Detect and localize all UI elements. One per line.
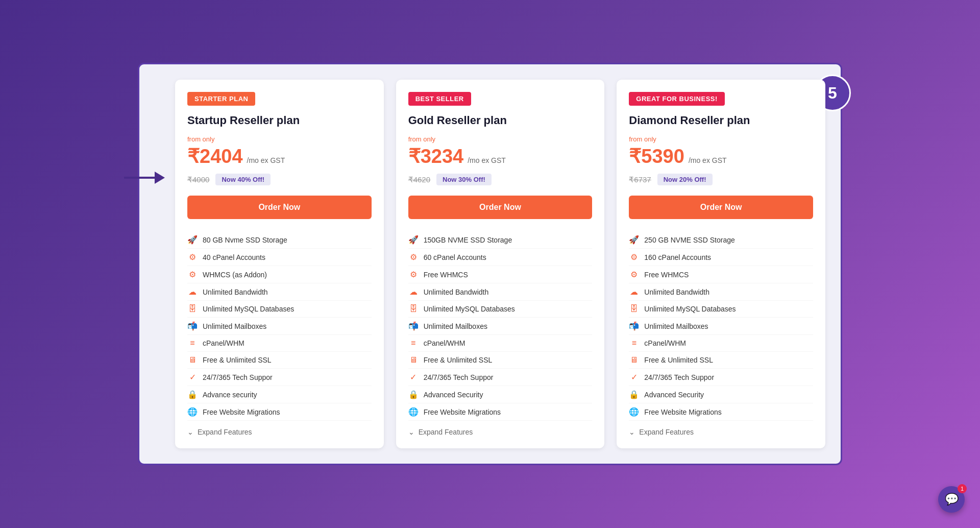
feature-icon-6: ≡ (408, 339, 419, 348)
feature-item: ✓ 24/7/365 Tech Suppor (187, 369, 372, 386)
feature-icon-0: 🚀 (629, 235, 639, 245)
feature-item: 🌐 Free Website Migrations (408, 403, 593, 421)
price-gold: ₹3234 (408, 145, 464, 167)
feature-icon-6: ≡ (629, 339, 639, 348)
feature-text-3: Unlimited Bandwidth (424, 288, 489, 296)
feature-item: 🚀 80 GB Nvme SSD Storage (187, 231, 372, 249)
from-only-starter: from only (187, 135, 372, 143)
feature-item: ✓ 24/7/365 Tech Suppor (629, 369, 813, 386)
chat-notification-badge: 1 (958, 484, 967, 493)
price-period-starter: /mo ex GST (247, 156, 285, 164)
feature-item: ⚙ 60 cPanel Accounts (408, 249, 593, 266)
features-list-diamond: 🚀 250 GB NVME SSD Storage ⚙ 160 cPanel A… (629, 231, 813, 421)
feature-icon-4: 🗄 (629, 304, 639, 314)
feature-icon-10: 🌐 (408, 407, 419, 417)
feature-item: 🚀 250 GB NVME SSD Storage (629, 231, 813, 249)
chat-button[interactable]: 💬 1 (938, 486, 965, 513)
feature-item: 🔒 Advanced Security (629, 386, 813, 403)
feature-icon-8: ✓ (629, 372, 639, 382)
from-only-diamond: from only (629, 135, 813, 143)
feature-item: 🔒 Advanced Security (408, 386, 593, 403)
price-starter: ₹2404 (187, 145, 243, 167)
from-only-gold: from only (408, 135, 593, 143)
feature-icon-4: 🗄 (408, 304, 419, 314)
feature-icon-7: 🖥 (408, 355, 419, 365)
feature-text-0: 150GB NVME SSD Storage (424, 236, 512, 244)
feature-text-1: 160 cPanel Accounts (644, 253, 711, 261)
feature-icon-3: ☁ (187, 287, 198, 297)
feature-item: 🖥 Free & Unlimited SSL (629, 352, 813, 369)
price-diamond: ₹5390 (629, 145, 684, 167)
feature-item: ⚙ Free WHMCS (408, 266, 593, 283)
discount-badge-starter: Now 40% Off! (215, 174, 271, 185)
feature-text-7: Free & Unlimited SSL (203, 356, 272, 364)
feature-icon-0: 🚀 (187, 235, 198, 245)
feature-item: 📬 Unlimited Mailboxes (187, 318, 372, 335)
order-button-diamond[interactable]: Order Now (629, 196, 813, 219)
feature-item: ≡ cPanel/WHM (629, 335, 813, 352)
feature-text-3: Unlimited Bandwidth (203, 288, 268, 296)
discount-badge-diamond: Now 20% Off! (657, 174, 713, 185)
expand-label: Expand Features (639, 428, 694, 436)
feature-text-4: Unlimited MySQL Databases (424, 305, 515, 313)
feature-item: ⚙ Free WHMCS (629, 266, 813, 283)
feature-item: 🚀 150GB NVME SSD Storage (408, 231, 593, 249)
feature-text-9: Advance security (203, 391, 257, 399)
feature-icon-10: 🌐 (187, 407, 198, 417)
feature-text-10: Free Website Migrations (424, 408, 501, 416)
order-button-starter[interactable]: Order Now (187, 196, 372, 219)
plan-badge-starter: STARTER PLAN (187, 92, 255, 106)
expand-features-starter[interactable]: ⌄ Expand Features (187, 421, 372, 436)
price-period-gold: /mo ex GST (468, 156, 506, 164)
feature-text-2: Free WHMCS (644, 271, 689, 279)
feature-item: 📬 Unlimited Mailboxes (629, 318, 813, 335)
plan-name-diamond: Diamond Reseller plan (629, 114, 813, 127)
feature-text-5: Unlimited Mailboxes (424, 322, 487, 330)
feature-icon-2: ⚙ (629, 270, 639, 279)
feature-text-9: Advanced Security (644, 391, 704, 399)
chevron-down-icon: ⌄ (629, 428, 635, 436)
feature-item: ≡ cPanel/WHM (408, 335, 593, 352)
feature-text-6: cPanel/WHM (424, 339, 465, 347)
feature-text-7: Free & Unlimited SSL (644, 356, 713, 364)
order-button-gold[interactable]: Order Now (408, 196, 593, 219)
feature-text-3: Unlimited Bandwidth (644, 288, 709, 296)
features-list-starter: 🚀 80 GB Nvme SSD Storage ⚙ 40 cPanel Acc… (187, 231, 372, 421)
feature-icon-3: ☁ (408, 287, 419, 297)
feature-text-8: 24/7/365 Tech Suppor (203, 373, 273, 381)
feature-text-6: cPanel/WHM (644, 339, 686, 347)
feature-item: 🖥 Free & Unlimited SSL (187, 352, 372, 369)
feature-item: 🌐 Free Website Migrations (187, 403, 372, 421)
feature-icon-9: 🔒 (629, 390, 639, 399)
plan-badge-diamond: GREAT FOR BUSINESS! (629, 92, 725, 106)
price-period-diamond: /mo ex GST (689, 156, 727, 164)
feature-icon-1: ⚙ (187, 252, 198, 262)
feature-text-5: Unlimited Mailboxes (644, 322, 708, 330)
feature-icon-10: 🌐 (629, 407, 639, 417)
plan-name-starter: Startup Reseller plan (187, 114, 372, 127)
feature-icon-2: ⚙ (408, 270, 419, 279)
expand-features-gold[interactable]: ⌄ Expand Features (408, 421, 593, 436)
feature-icon-2: ⚙ (187, 270, 198, 279)
original-price-starter: ₹4000 (187, 175, 209, 184)
feature-item: ☁ Unlimited Bandwidth (408, 283, 593, 301)
feature-icon-8: ✓ (408, 372, 419, 382)
chat-icon: 💬 (945, 493, 959, 506)
feature-item: ☁ Unlimited Bandwidth (187, 283, 372, 301)
feature-icon-3: ☁ (629, 287, 639, 297)
feature-icon-6: ≡ (187, 339, 198, 348)
feature-text-0: 250 GB NVME SSD Storage (644, 236, 734, 244)
feature-icon-5: 📬 (187, 321, 198, 331)
feature-text-1: 60 cPanel Accounts (424, 253, 486, 261)
feature-icon-4: 🗄 (187, 304, 198, 314)
feature-text-4: Unlimited MySQL Databases (203, 305, 294, 313)
feature-icon-7: 🖥 (187, 355, 198, 365)
feature-item: 🔒 Advance security (187, 386, 372, 403)
feature-icon-9: 🔒 (408, 390, 419, 399)
features-list-gold: 🚀 150GB NVME SSD Storage ⚙ 60 cPanel Acc… (408, 231, 593, 421)
feature-text-8: 24/7/365 Tech Suppor (424, 373, 494, 381)
feature-icon-1: ⚙ (629, 252, 639, 262)
original-price-diamond: ₹6737 (629, 175, 651, 184)
feature-text-1: 40 cPanel Accounts (203, 253, 265, 261)
expand-features-diamond[interactable]: ⌄ Expand Features (629, 421, 813, 436)
